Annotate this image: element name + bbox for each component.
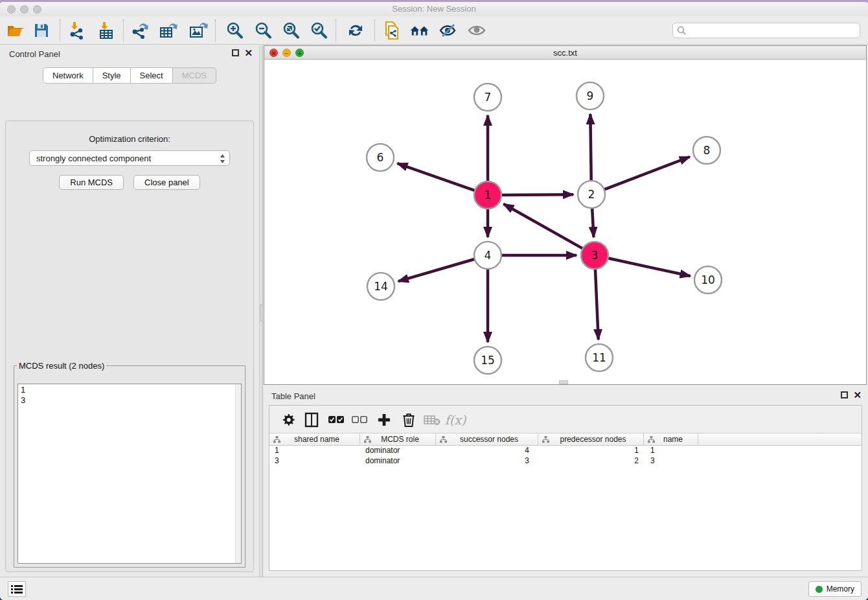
graph-node-4[interactable]: 4	[474, 242, 501, 269]
result-item[interactable]: 3	[18, 395, 241, 405]
open-session-icon[interactable]	[5, 21, 26, 40]
network-canvas[interactable]: 7968124314101511	[264, 60, 866, 384]
graph-node-3[interactable]: 3	[581, 242, 608, 269]
table-cell-shared_name[interactable]: 3	[269, 456, 360, 467]
table-settings-icon[interactable]	[279, 410, 298, 430]
tab-network[interactable]: Network	[43, 67, 93, 84]
zoom-fit-icon[interactable]	[280, 21, 301, 40]
graph-node-1[interactable]: 1	[474, 181, 501, 209]
import-table-icon[interactable]	[96, 21, 117, 40]
table-cell-name[interactable]: 1	[644, 446, 698, 456]
table-body[interactable]: 1dominator4113dominator323	[269, 446, 862, 467]
graph-node-11[interactable]: 11	[586, 344, 613, 371]
close-panel-button[interactable]: Close panel	[133, 175, 200, 190]
graph-node-14[interactable]: 14	[367, 273, 394, 300]
window-title: Session: New Session	[0, 4, 868, 14]
graph-edge-2-8[interactable]	[602, 157, 690, 190]
table-row[interactable]: 1dominator411	[269, 446, 862, 456]
tab-mcds[interactable]: MCDS	[173, 67, 216, 84]
column-type-icon	[440, 436, 447, 443]
delete-column-icon[interactable]	[399, 410, 418, 430]
mcds-panel: Optimization criterion: strongly connect…	[5, 121, 254, 572]
graph-node-2[interactable]: 2	[578, 181, 605, 208]
close-table-panel-icon[interactable]: ✕	[853, 391, 862, 398]
show-all-networks-icon[interactable]	[409, 21, 430, 40]
tab-select[interactable]: Select	[131, 67, 173, 84]
column-header[interactable]: successor nodes	[436, 433, 538, 445]
table-cell-shared_name[interactable]: 1	[269, 446, 360, 456]
save-session-icon[interactable]	[31, 21, 52, 40]
graph-edge-4-14[interactable]	[398, 259, 477, 281]
graph-edge-3-1[interactable]	[503, 204, 584, 249]
network-divider-grip[interactable]	[559, 380, 568, 384]
main-toolbar	[0, 16, 868, 45]
table-cell-mcds_role[interactable]: dominator	[360, 446, 436, 456]
graph-node-8[interactable]: 8	[693, 137, 720, 164]
task-history-button[interactable]	[8, 581, 26, 597]
tab-style[interactable]: Style	[93, 67, 131, 84]
divider-grip[interactable]	[260, 305, 263, 321]
svg-text:1: 1	[485, 189, 492, 202]
export-image-icon[interactable]	[188, 21, 209, 40]
table-header-row[interactable]: shared nameMCDS rolesuccessor nodesprede…	[269, 433, 862, 446]
table-cell-predecessor_nodes[interactable]: 2	[538, 456, 644, 467]
split-panel-icon[interactable]	[302, 410, 321, 430]
graph-node-6[interactable]: 6	[367, 144, 394, 171]
show-hidden-icon[interactable]	[466, 21, 487, 40]
select-all-columns-icon[interactable]	[326, 410, 346, 430]
close-panel-icon[interactable]: ✕	[244, 49, 253, 56]
graph-node-15[interactable]: 15	[474, 347, 501, 374]
search-input[interactable]	[687, 26, 860, 35]
svg-text:11: 11	[592, 351, 606, 364]
svg-text:10: 10	[701, 273, 715, 286]
graph-node-10[interactable]: 10	[694, 266, 722, 294]
apply-layout-icon[interactable]	[345, 21, 366, 40]
network-window-titlebar[interactable]: ✕ − + scc.txt	[264, 46, 866, 60]
export-network-icon[interactable]	[130, 21, 150, 40]
dropdown-value: strongly connected component	[36, 154, 151, 163]
table-cell-name[interactable]: 3	[644, 456, 698, 467]
float-table-panel-icon[interactable]	[841, 391, 848, 398]
graph-edge-2-9[interactable]	[590, 114, 591, 183]
deselect-all-columns-icon[interactable]	[350, 410, 369, 430]
table-cell-successor_nodes[interactable]: 4	[436, 446, 538, 456]
delete-table-icon[interactable]	[422, 410, 442, 430]
graph-edge-2-3[interactable]	[592, 206, 594, 237]
add-column-icon[interactable]	[374, 410, 394, 430]
function-builder-icon[interactable]: f(x)	[446, 410, 465, 430]
duplicate-network-icon[interactable]	[382, 21, 402, 40]
zoom-selected-icon[interactable]	[308, 21, 329, 40]
float-panel-icon[interactable]	[232, 49, 239, 56]
graph-node-7[interactable]: 7	[474, 84, 501, 111]
search-field[interactable]	[672, 23, 860, 38]
table-row[interactable]: 3dominator323	[269, 456, 862, 467]
network-window-title: scc.txt	[264, 48, 866, 58]
zoom-in-icon[interactable]	[224, 21, 245, 40]
zoom-out-icon[interactable]	[253, 21, 273, 40]
graph-edge-1-6[interactable]	[397, 163, 477, 191]
table-cell-successor_nodes[interactable]: 3	[436, 456, 538, 467]
column-header[interactable]: name	[644, 433, 698, 445]
hide-selected-icon[interactable]	[438, 21, 459, 40]
export-table-icon[interactable]	[158, 21, 179, 40]
table-cell-predecessor_nodes[interactable]: 1	[538, 446, 644, 456]
graph-edge-3-11[interactable]	[595, 267, 599, 340]
graph-node-9[interactable]: 9	[577, 82, 604, 110]
optimization-criterion-select[interactable]: strongly connected component	[29, 150, 230, 166]
column-header[interactable]: shared name	[269, 433, 360, 445]
list-icon	[11, 584, 23, 594]
mcds-result-list[interactable]: 13	[17, 384, 242, 564]
run-mcds-button[interactable]: Run MCDS	[59, 175, 124, 190]
table-cell-mcds_role[interactable]: dominator	[360, 456, 436, 467]
memory-button[interactable]: Memory	[808, 581, 862, 597]
toolbar-separator	[374, 19, 375, 41]
svg-text:4: 4	[485, 249, 492, 262]
graph-edge-1-2[interactable]	[499, 194, 573, 195]
column-header[interactable]: predecessor nodes	[538, 433, 644, 445]
import-network-icon[interactable]	[66, 21, 87, 40]
result-item[interactable]: 1	[18, 384, 241, 395]
graph-edge-3-10[interactable]	[606, 258, 691, 276]
result-scrollbar[interactable]	[235, 384, 241, 563]
column-header[interactable]: MCDS role	[360, 433, 436, 445]
column-type-icon	[364, 436, 371, 443]
